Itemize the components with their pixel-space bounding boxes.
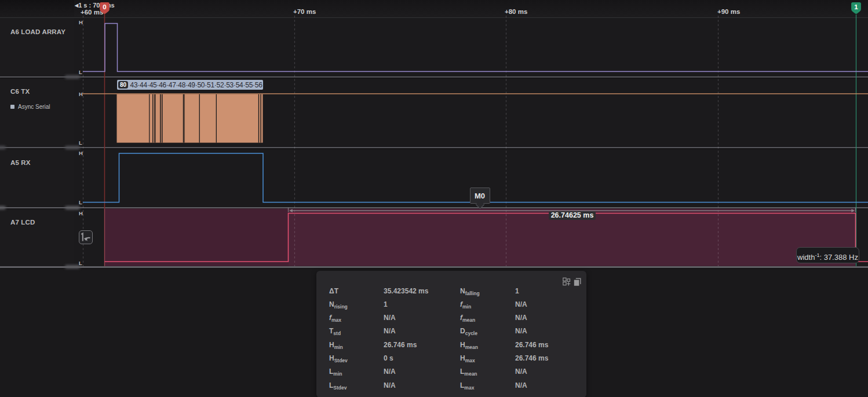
svg-text:1: 1 — [854, 3, 858, 10]
svg-text:0: 0 — [103, 3, 106, 10]
